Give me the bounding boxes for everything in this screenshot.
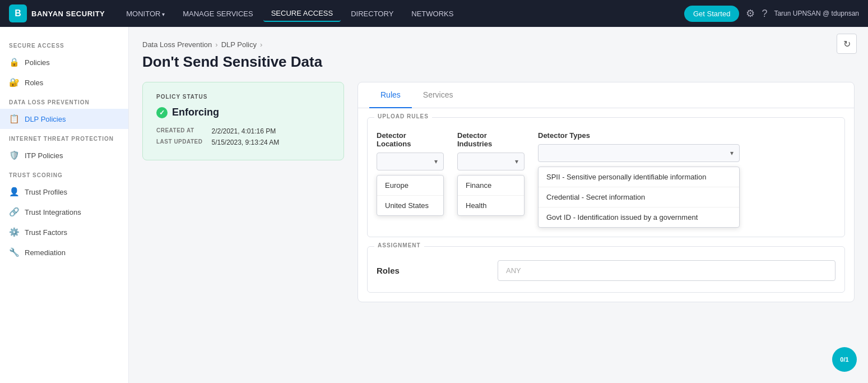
refresh-icon: ↻: [843, 39, 851, 49]
sidebar-itp-label: ITP Policies: [25, 151, 63, 160]
nav-right: Get Started ⚙ ? Tarun UPNSAN @ tdupnsan: [684, 6, 859, 22]
sidebar-item-trust-factors[interactable]: ⚙️ Trust Factors: [0, 222, 128, 242]
trust-profiles-icon: 👤: [9, 187, 19, 197]
detector-locations-list: Europe United States: [377, 175, 444, 216]
sidebar-roles-label: Roles: [25, 79, 43, 87]
sidebar-item-itp-policies[interactable]: 🛡️ ITP Policies: [0, 145, 128, 165]
chat-badge[interactable]: 0/1: [832, 347, 857, 372]
chat-badge-count: 0/1: [840, 356, 848, 363]
detector-types-col: Detector Types ▾ SPII - Sensitive person…: [538, 131, 740, 228]
detector-locations-caret-icon: ▾: [434, 158, 438, 165]
assignment-row: Roles ANY: [377, 260, 835, 281]
logo-area: B BANYAN SECURITY: [9, 4, 105, 22]
sidebar-remediation-label: Remediation: [25, 248, 66, 257]
created-at-label: CREATED AT: [156, 127, 202, 135]
detector-industries-caret-icon: ▾: [515, 158, 518, 165]
enforcing-dot-icon: ✓: [156, 107, 168, 118]
settings-icon[interactable]: ⚙: [746, 7, 755, 20]
tab-services[interactable]: Services: [412, 82, 465, 108]
nav-monitor[interactable]: MONITOR: [118, 6, 173, 21]
breadcrumb-sep-1: ›: [215, 40, 217, 49]
sidebar-section-secure-access: SECURE ACCESS: [0, 36, 128, 52]
sidebar-section-dlp: DATA LOSS PREVENTION: [0, 93, 128, 109]
detector-industries-col: DetectorIndustries ▾ Finance Health: [457, 131, 524, 216]
policy-enforcing-row: ✓ Enforcing: [156, 107, 330, 118]
content-area: POLICY STATUS ✓ Enforcing CREATED AT 2/2…: [142, 82, 855, 302]
roles-icon: 🔐: [9, 77, 19, 87]
sidebar-section-itp: INTERNET THREAT PROTECTION: [0, 129, 128, 145]
get-started-button[interactable]: Get Started: [684, 6, 739, 22]
last-updated-value: 5/15/2023, 9:13:24 AM: [211, 139, 330, 146]
detector-types-label: Detector Types: [538, 131, 740, 140]
trust-factors-icon: ⚙️: [9, 227, 19, 237]
logo-shield-icon: B: [9, 4, 27, 22]
detector-types-caret-icon: ▾: [730, 149, 734, 157]
breadcrumb: Data Loss Prevention › DLP Policy ›: [142, 40, 855, 49]
nav-secure-access[interactable]: SECURE ACCESS: [263, 6, 341, 22]
detector-types-dropdown[interactable]: ▾: [538, 144, 740, 162]
detector-locations-col: DetectorLocations ▾ Europe United States: [377, 131, 444, 216]
location-option-europe[interactable]: Europe: [377, 176, 443, 196]
user-info: Tarun UPNSAN @ tdupnsan: [774, 10, 859, 17]
last-updated-label: LAST UPDATED: [156, 139, 202, 146]
logo-text: BANYAN SECURITY: [31, 10, 105, 18]
sidebar-trust-integrations-label: Trust Integrations: [25, 208, 81, 216]
assignment-label: ASSIGNMENT: [374, 242, 424, 248]
type-option-spii[interactable]: SPII - Sensitive personally identifiable…: [539, 167, 739, 187]
industry-option-health[interactable]: Health: [458, 196, 524, 215]
detector-types-list: SPII - Sensitive personally identifiable…: [538, 167, 740, 228]
sidebar-item-roles[interactable]: 🔐 Roles: [0, 72, 128, 93]
breadcrumb-dlp[interactable]: Data Loss Prevention: [142, 40, 212, 49]
nav-items: MONITOR MANAGE SERVICES SECURE ACCESS DI…: [118, 6, 680, 22]
policy-status-card: POLICY STATUS ✓ Enforcing CREATED AT 2/2…: [142, 82, 344, 160]
sidebar-item-trust-profiles[interactable]: 👤 Trust Profiles: [0, 182, 128, 202]
trust-integrations-icon: 🔗: [9, 207, 19, 217]
sidebar-item-trust-integrations[interactable]: 🔗 Trust Integrations: [0, 202, 128, 222]
detector-locations-dropdown[interactable]: ▾: [377, 153, 444, 170]
sidebar-item-remediation[interactable]: 🔧 Remediation: [0, 242, 128, 262]
right-panel: Rules Services UPLOAD RULES DetectorLoca…: [358, 82, 855, 302]
breadcrumb-dlp-policy[interactable]: DLP Policy: [221, 40, 257, 49]
nav-networks[interactable]: NETWORKS: [403, 6, 461, 21]
policy-enforcing-text: Enforcing: [172, 107, 219, 118]
itp-icon: 🛡️: [9, 150, 19, 160]
sidebar-dlp-label: DLP Policies: [25, 115, 66, 123]
breadcrumb-sep-2: ›: [260, 40, 262, 49]
refresh-button[interactable]: ↻: [837, 34, 857, 54]
type-option-credential[interactable]: Credential - Secret information: [539, 187, 739, 207]
detector-industries-dropdown[interactable]: ▾: [457, 153, 524, 170]
sidebar-trust-profiles-label: Trust Profiles: [25, 188, 67, 196]
detector-industries-label: DetectorIndustries: [457, 131, 524, 148]
sidebar-item-dlp-policies[interactable]: 📋 DLP Policies: [0, 109, 128, 129]
roles-label: Roles: [377, 266, 489, 275]
sidebar: SECURE ACCESS 🔒 Policies 🔐 Roles DATA LO…: [0, 27, 129, 383]
page-title: Don't Send Sensitive Data: [142, 53, 855, 71]
main-content: Data Loss Prevention › DLP Policy › Don'…: [129, 27, 868, 383]
top-navigation: B BANYAN SECURITY MONITOR MANAGE SERVICE…: [0, 0, 868, 27]
sidebar-policies-label: Policies: [25, 58, 50, 67]
upload-rules-section: UPLOAD RULES DetectorLocations ▾ Europe …: [367, 117, 845, 237]
sidebar-trust-factors-label: Trust Factors: [25, 228, 67, 237]
nav-manage-services[interactable]: MANAGE SERVICES: [175, 6, 261, 21]
remediation-icon: 🔧: [9, 247, 19, 257]
tab-rules[interactable]: Rules: [369, 82, 412, 108]
sidebar-section-trust: TRUST SCORING: [0, 165, 128, 182]
upload-rules-label: UPLOAD RULES: [374, 113, 432, 119]
detectors-row: DetectorLocations ▾ Europe United States…: [377, 131, 835, 228]
roles-any-field[interactable]: ANY: [498, 260, 835, 281]
created-at-value: 2/2/2021, 4:01:16 PM: [211, 127, 330, 135]
assignment-section: ASSIGNMENT Roles ANY: [367, 246, 845, 293]
policy-meta: CREATED AT 2/2/2021, 4:01:16 PM LAST UPD…: [156, 127, 330, 146]
dlp-icon: 📋: [9, 114, 19, 124]
detector-industries-list: Finance Health: [457, 175, 524, 216]
type-option-govtid[interactable]: Govt ID - Identification issued by a gov…: [539, 207, 739, 227]
location-option-us[interactable]: United States: [377, 196, 443, 215]
policies-icon: 🔒: [9, 57, 19, 67]
tabs-bar: Rules Services: [358, 82, 854, 108]
help-icon[interactable]: ?: [762, 8, 767, 20]
detector-locations-label: DetectorLocations: [377, 131, 444, 148]
policy-status-label: POLICY STATUS: [156, 94, 330, 100]
sidebar-item-policies[interactable]: 🔒 Policies: [0, 52, 128, 72]
nav-directory[interactable]: DIRECTORY: [343, 6, 401, 21]
industry-option-finance[interactable]: Finance: [458, 176, 524, 196]
